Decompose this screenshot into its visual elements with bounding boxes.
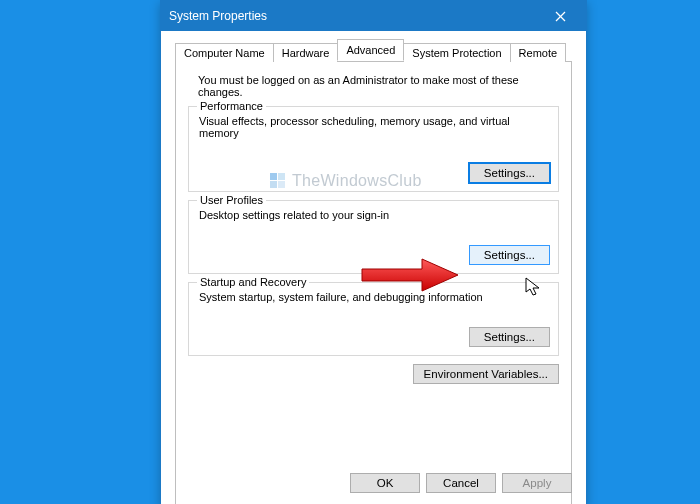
tab-row: Computer Name Hardware Advanced System P… <box>175 39 572 62</box>
environment-variables-button[interactable]: Environment Variables... <box>413 364 559 384</box>
advanced-pane: You must be logged on as an Administrato… <box>175 62 572 504</box>
system-properties-window: System Properties Computer Name Hardware… <box>160 0 587 504</box>
group-performance-desc: Visual effects, processor scheduling, me… <box>197 115 550 145</box>
cancel-button[interactable]: Cancel <box>426 473 496 493</box>
titlebar: System Properties <box>161 1 586 31</box>
tab-hardware[interactable]: Hardware <box>273 43 339 62</box>
tab-advanced[interactable]: Advanced <box>337 39 404 61</box>
tab-computer-name[interactable]: Computer Name <box>175 43 274 62</box>
dialog-footer: OK Cancel Apply <box>350 473 572 493</box>
startup-settings-button[interactable]: Settings... <box>469 327 550 347</box>
apply-button[interactable]: Apply <box>502 473 572 493</box>
ok-button[interactable]: OK <box>350 473 420 493</box>
group-startup-desc: System startup, system failure, and debu… <box>197 291 550 309</box>
group-performance-title: Performance <box>197 100 266 112</box>
group-performance: Performance Visual effects, processor sc… <box>188 106 559 192</box>
performance-settings-button[interactable]: Settings... <box>469 163 550 183</box>
tab-system-protection[interactable]: System Protection <box>403 43 510 62</box>
tab-remote[interactable]: Remote <box>510 43 567 62</box>
user-profiles-settings-button[interactable]: Settings... <box>469 245 550 265</box>
group-user-profiles: User Profiles Desktop settings related t… <box>188 200 559 274</box>
group-user-profiles-title: User Profiles <box>197 194 266 206</box>
desktop-background: System Properties Computer Name Hardware… <box>0 0 700 504</box>
close-button[interactable] <box>542 1 578 31</box>
group-startup-recovery: Startup and Recovery System startup, sys… <box>188 282 559 356</box>
group-startup-title: Startup and Recovery <box>197 276 309 288</box>
close-icon <box>555 11 566 22</box>
window-title: System Properties <box>169 9 542 23</box>
group-user-profiles-desc: Desktop settings related to your sign-in <box>197 209 550 227</box>
